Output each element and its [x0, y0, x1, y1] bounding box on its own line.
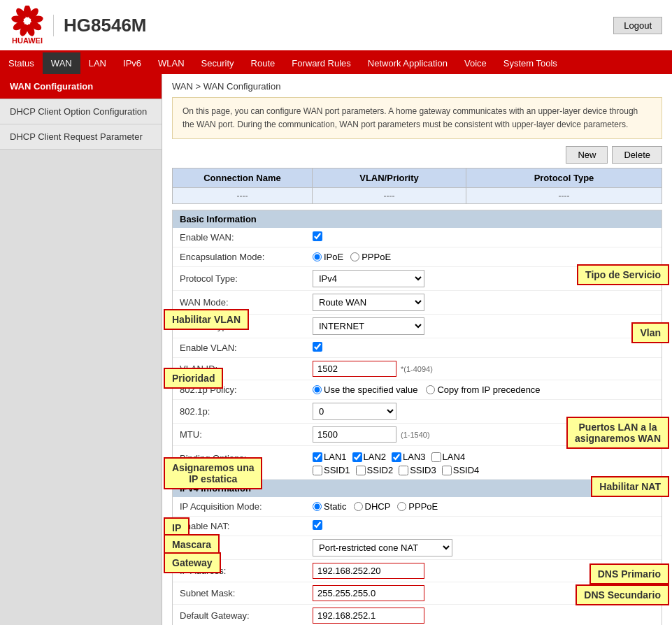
- form-row-8021p-policy: 802.1p Policy: Use the specified value C…: [173, 380, 662, 400]
- 8021p-select[interactable]: 01234567: [313, 403, 396, 420]
- lan1-label[interactable]: LAN1: [313, 452, 347, 462]
- content-area: WAN > WAN Configuration On this page, yo…: [162, 74, 672, 625]
- nav-item-route[interactable]: Route: [243, 52, 284, 74]
- label-wan-mode: WAN Mode:: [173, 297, 313, 308]
- logout-button[interactable]: Logout: [613, 17, 662, 34]
- nav-item-security[interactable]: Security: [193, 52, 243, 74]
- nat-type-select[interactable]: Port-restricted cone NATFull cone NATAdd…: [313, 539, 452, 556]
- radio-static-label[interactable]: Static: [313, 501, 347, 512]
- annotation-dns-primario: DNS Primario: [589, 563, 669, 584]
- lan1-checkbox[interactable]: [313, 452, 322, 462]
- ssid2-label[interactable]: SSID2: [356, 465, 394, 475]
- nav-bar: Status WAN LAN IPv6 WLAN Security Route …: [0, 52, 672, 74]
- annotation-asignar-ip: Asignaremos una IP estatica: [164, 457, 262, 489]
- dash-cell-1: ----: [173, 188, 313, 203]
- gateway-input[interactable]: [313, 608, 424, 624]
- form-row-vlan-id: VLAN ID: *(1-4094): [173, 358, 662, 380]
- info-box: On this page, you can configure WAN port…: [172, 97, 662, 139]
- radio-ipoe-label[interactable]: IPoE: [313, 252, 343, 262]
- lan2-checkbox[interactable]: [352, 452, 362, 462]
- form-row-ip-mode: IP Acquisition Mode: Static DHCP PPPoE: [173, 497, 662, 517]
- col-vlan-priority: VLAN/Priority: [313, 168, 466, 187]
- ssid1-checkbox[interactable]: [313, 466, 322, 475]
- form-row-nat-type: NAT type: Port-restricted cone NATFull c…: [173, 536, 662, 560]
- value-binding: LAN1 LAN2 LAN3 LAN4 SSID1 SSID2 SSID3 SS…: [313, 449, 662, 475]
- wan-mode-select[interactable]: Route WANBridge WAN: [313, 294, 424, 311]
- nav-item-status[interactable]: Status: [0, 52, 43, 74]
- enable-wan-checkbox[interactable]: [313, 231, 322, 241]
- value-wan-mode: Route WANBridge WAN: [313, 294, 662, 311]
- logo-text: HUAWEI: [12, 36, 43, 45]
- radio-pppoe-label[interactable]: PPPoE: [350, 252, 391, 262]
- ssid3-label[interactable]: SSID3: [399, 465, 436, 475]
- lan3-checkbox[interactable]: [392, 452, 401, 462]
- enable-nat-checkbox[interactable]: [313, 520, 322, 530]
- label-subnet-mask: Subnet Mask:: [173, 588, 313, 598]
- logo-area: HUAWEI: [10, 6, 45, 45]
- radio-specified-label[interactable]: Use the specified value: [313, 385, 417, 395]
- sidebar-item-dhcp-option[interactable]: DHCP Client Option Configuration: [0, 99, 162, 124]
- annotation-tipo-servicio: Tipo de Servicio: [577, 264, 669, 285]
- ssid1-label[interactable]: SSID1: [313, 465, 350, 475]
- radio-specified[interactable]: [313, 385, 322, 394]
- button-row: New Delete: [172, 146, 662, 164]
- nav-item-voice[interactable]: Voice: [456, 52, 495, 74]
- ssid4-label[interactable]: SSID4: [442, 465, 480, 475]
- value-encapsulation: IPoE PPPoE: [313, 252, 662, 262]
- protocol-select[interactable]: IPv4IPv6IPv4/IPv6: [313, 270, 424, 287]
- annotation-puertos-lan: Puertos LAN a la asignaremos WAN: [566, 417, 669, 449]
- ip-address-input[interactable]: [313, 563, 424, 579]
- nav-item-wlan[interactable]: WLAN: [150, 52, 193, 74]
- nav-item-system-tools[interactable]: System Tools: [495, 52, 566, 74]
- annotation-dns-secundario: DNS Secundario: [576, 584, 669, 605]
- lan3-label[interactable]: LAN3: [392, 452, 426, 462]
- col-protocol-type: Protocol Type: [466, 168, 662, 187]
- nav-item-ipv6[interactable]: IPv6: [115, 52, 150, 74]
- label-gateway: Default Gateway:: [173, 610, 313, 621]
- sidebar-item-wan-configuration[interactable]: WAN Configuration: [0, 74, 162, 99]
- lan4-checkbox[interactable]: [431, 452, 441, 462]
- radio-static[interactable]: [313, 502, 322, 511]
- label-encapsulation: Encapsulation Mode:: [173, 252, 313, 262]
- vlan-id-input[interactable]: [313, 361, 396, 377]
- radio-dhcp[interactable]: [354, 502, 363, 511]
- nav-item-wan[interactable]: WAN: [43, 52, 80, 74]
- dash-cell-3: ----: [466, 188, 662, 203]
- enable-vlan-checkbox[interactable]: [313, 342, 322, 352]
- breadcrumb: WAN > WAN Configuration: [172, 81, 662, 92]
- ssid2-checkbox[interactable]: [356, 466, 366, 475]
- delete-button[interactable]: Delete: [612, 146, 662, 164]
- sidebar-item-dhcp-request[interactable]: DHCP Client Request Parameter: [0, 124, 162, 150]
- annotation-gateway: Gateway: [164, 552, 221, 573]
- value-enable-wan: [313, 231, 662, 243]
- radio-copy[interactable]: [426, 385, 435, 394]
- value-gateway: [313, 608, 662, 624]
- lan4-label[interactable]: LAN4: [431, 452, 466, 462]
- radio-ipoe[interactable]: [313, 252, 322, 261]
- radio-pppoe2-label[interactable]: PPPoE: [397, 501, 438, 512]
- form-row-ip-address: IP Address:: [173, 560, 662, 582]
- nav-item-network-application[interactable]: Network Application: [359, 52, 456, 74]
- nav-item-lan[interactable]: LAN: [80, 52, 115, 74]
- label-protocol: Protocol Type:: [173, 273, 313, 284]
- label-8021p: 802.1p:: [173, 406, 313, 417]
- label-enable-nat: Enable NAT:: [173, 521, 313, 531]
- ssid4-checkbox[interactable]: [442, 466, 452, 475]
- radio-dhcp-label[interactable]: DHCP: [354, 501, 391, 512]
- mtu-hint: (1-1540): [401, 431, 430, 439]
- service-type-select[interactable]: INTERNETTR069VOIPOTHER: [313, 317, 424, 335]
- value-enable-vlan: [313, 342, 662, 354]
- value-service-type: INTERNETTR069VOIPOTHER: [313, 317, 662, 335]
- header: HUAWEI HG8546M Logout: [0, 0, 672, 52]
- radio-copy-label[interactable]: Copy from IP precedence: [426, 385, 540, 395]
- lan2-label[interactable]: LAN2: [352, 452, 387, 462]
- mtu-input[interactable]: [313, 426, 396, 443]
- nav-item-forward-rules[interactable]: Forward Rules: [283, 52, 359, 74]
- wan-table: Connection Name VLAN/Priority Protocol T…: [172, 168, 662, 204]
- ssid3-checkbox[interactable]: [399, 466, 408, 475]
- radio-pppoe2[interactable]: [397, 502, 406, 511]
- huawei-logo-icon: [10, 6, 45, 36]
- radio-pppoe[interactable]: [350, 252, 359, 261]
- new-button[interactable]: New: [566, 146, 608, 164]
- subnet-mask-input[interactable]: [313, 585, 424, 601]
